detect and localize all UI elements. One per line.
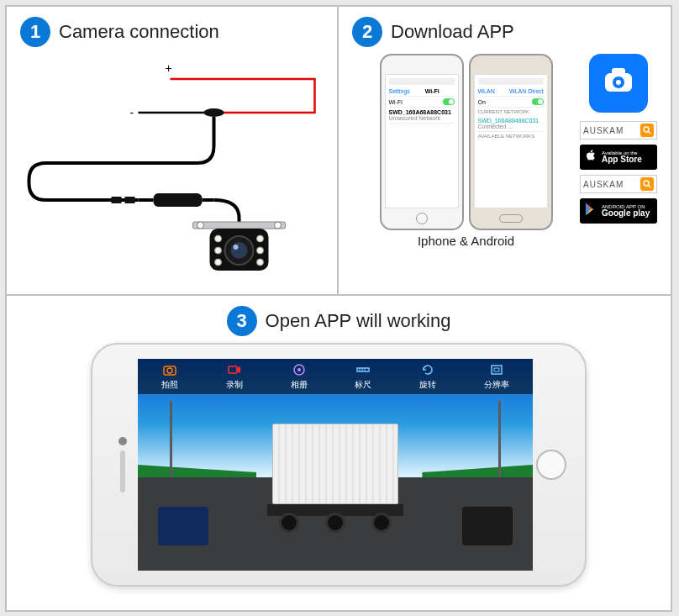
svg-point-18	[257, 247, 264, 254]
svg-point-19	[257, 259, 264, 266]
search-text-2: AUSKAM	[583, 180, 624, 189]
ios-network-sub: Unsecured Network	[389, 115, 440, 121]
search-icon	[640, 177, 654, 191]
play-t2: Google play	[602, 209, 650, 218]
step-1-panel: 1 Camera connection + -	[7, 7, 339, 294]
truck-graphic	[272, 424, 398, 533]
home-button	[536, 450, 566, 480]
svg-rect-38	[494, 368, 499, 371]
tb-ruler: 标尺	[355, 362, 371, 391]
gallery-icon	[292, 362, 307, 377]
svg-rect-5	[112, 197, 122, 203]
store-badges: AUSKAM Available on the App Store	[580, 54, 657, 224]
tb-gallery: 相册	[291, 362, 308, 391]
app-icon	[589, 54, 648, 113]
tb-resolution: 分辨率	[484, 362, 509, 391]
svg-rect-30	[229, 366, 237, 373]
appstore-badge: Available on the App Store	[580, 145, 657, 170]
and-network-sub: Connected ...	[478, 124, 513, 129]
svg-point-15	[215, 247, 222, 254]
rotate-icon	[420, 362, 435, 377]
bigphone-wrap: 拍照 录制 相册 标尺	[20, 343, 657, 587]
step-2-body: Settings Wi-Fi Wi-Fi SWD_160A68A88C031	[352, 54, 657, 272]
bp-right-bezel	[533, 450, 570, 480]
and-sect-avail: AVAILABLE NETWORKS	[478, 132, 544, 140]
plus-label: +	[166, 61, 172, 75]
svg-point-8	[197, 222, 204, 229]
step-2-badge: 2	[352, 17, 382, 47]
and-network-name: SWD_160A88488C031	[478, 118, 540, 124]
row-1: 1 Camera connection + -	[7, 7, 671, 296]
record-icon	[227, 362, 242, 377]
step-1-title: Camera connection	[59, 21, 219, 43]
svg-point-16	[215, 259, 222, 266]
android-mock: WLAN WLAN Direct On CURRENT NETWORK	[469, 54, 553, 230]
svg-point-29	[167, 368, 172, 373]
svg-point-14	[215, 235, 222, 242]
apple-icon	[584, 149, 597, 166]
svg-point-13	[234, 245, 239, 250]
svg-point-23	[616, 80, 621, 85]
svg-rect-37	[492, 366, 502, 374]
svg-rect-33	[357, 368, 369, 371]
ios-nav-back: Settings	[389, 88, 410, 94]
and-nav-back: WLAN	[478, 88, 495, 94]
svg-rect-21	[612, 68, 625, 75]
svg-line-27	[648, 185, 650, 187]
tb-rotate: 旋转	[419, 362, 436, 391]
ios-nav-title: Wi-Fi	[425, 88, 440, 94]
resolution-icon	[489, 362, 504, 377]
search-badge-play: AUSKAM	[580, 175, 657, 193]
step-1-badge: 1	[20, 17, 50, 47]
step-1-header: 1 Camera connection	[20, 17, 324, 47]
svg-point-17	[257, 235, 264, 242]
step-2-header: 2 Download APP	[352, 17, 657, 47]
bigphone: 拍照 录制 相册 标尺	[91, 343, 587, 587]
step-3-title: Open APP will working	[266, 310, 451, 332]
phones-caption: Iphone & Android	[352, 234, 580, 248]
search-icon	[640, 124, 654, 137]
appstore-t2: App Store	[602, 155, 642, 164]
ios-wifi-label: Wi-Fi	[389, 99, 403, 105]
svg-line-25	[648, 131, 650, 134]
wiring-diagram: + -	[20, 54, 324, 281]
step-3-badge: 3	[227, 306, 257, 336]
and-nav-right: WLAN Direct	[509, 88, 543, 94]
tb-photo: 拍照	[161, 362, 178, 391]
svg-point-9	[275, 222, 282, 229]
instruction-card: 1 Camera connection + -	[5, 5, 672, 612]
app-toolbar: 拍照 录制 相册 标尺	[138, 359, 533, 394]
svg-point-1	[204, 108, 224, 117]
ruler-icon	[355, 362, 371, 377]
and-wifi-toggle	[532, 98, 544, 105]
ios-wifi-toggle	[443, 98, 455, 105]
and-on-label: On	[478, 99, 486, 105]
svg-rect-7	[193, 222, 286, 229]
svg-point-24	[644, 127, 649, 132]
step-2-panel: 2 Download APP Settings Wi-Fi	[339, 7, 671, 294]
step-2-title: Download APP	[391, 21, 514, 43]
minus-label: -	[130, 106, 134, 119]
step-3-panel: 3 Open APP will working	[7, 296, 671, 610]
search-text-1: AUSKAM	[583, 126, 624, 135]
and-sect-current: CURRENT NETWORK	[478, 108, 544, 116]
bp-left-bezel	[108, 437, 138, 492]
ios-network-name: SWD_160A68A88C031	[389, 109, 451, 115]
svg-point-32	[297, 368, 301, 371]
tb-record: 录制	[226, 362, 243, 391]
svg-point-12	[231, 242, 248, 259]
svg-point-26	[644, 181, 649, 186]
camera-icon	[162, 362, 177, 377]
search-badge-appstore: AUSKAM	[580, 121, 657, 140]
phones-pair: Settings Wi-Fi Wi-Fi SWD_160A68A88C031	[352, 54, 580, 230]
iphone-mock: Settings Wi-Fi Wi-Fi SWD_160A68A88C031	[380, 54, 464, 230]
svg-rect-6	[125, 197, 135, 203]
svg-rect-2	[154, 193, 203, 207]
bp-screen: 拍照 录制 相册 标尺	[138, 359, 533, 571]
step-3-header: 3 Open APP will working	[20, 306, 657, 336]
play-icon	[584, 203, 597, 219]
googleplay-badge: ANDROID APP ON Google play	[580, 198, 657, 224]
